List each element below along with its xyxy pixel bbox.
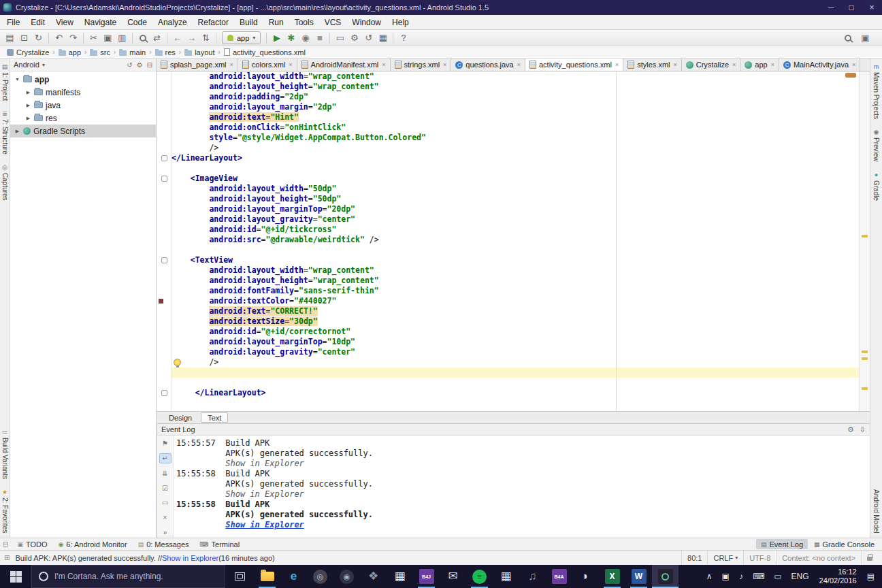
close-button[interactable]: × bbox=[862, 0, 882, 15]
fold-marker-icon[interactable] bbox=[161, 176, 167, 182]
code-line[interactable]: android:layout_margin="2dp" bbox=[172, 102, 859, 112]
close-tab-icon[interactable]: × bbox=[732, 61, 736, 68]
code-line[interactable]: android:Text="CORRECT!" bbox=[172, 306, 859, 316]
event-log-body[interactable]: 15:55:57 Build APK APK(s) generated succ… bbox=[174, 436, 870, 538]
breadcrumb-item-src[interactable]: src bbox=[88, 48, 112, 56]
editor-tab-colors-xml[interactable]: colors.xml× bbox=[238, 59, 297, 71]
breadcrumb-item-activity-questions-xml[interactable]: activity_questions.xml bbox=[223, 48, 307, 56]
tool-button-android-model[interactable]: Android Model bbox=[872, 489, 880, 533]
event-log-settings-icon[interactable]: ⚙ bbox=[847, 425, 854, 434]
find-icon[interactable] bbox=[135, 31, 150, 45]
line-separator-widget[interactable]: CRLF▾ bbox=[707, 551, 743, 565]
gradle-sync-icon[interactable]: ↺ bbox=[361, 31, 376, 45]
editor-tab-splash-page-xml[interactable]: splash_page.xml× bbox=[157, 59, 238, 71]
editor-gutter[interactable] bbox=[157, 71, 172, 411]
code-line[interactable]: android:layout_marginTop="20dp" bbox=[172, 204, 859, 214]
tool-window-switcher-icon[interactable]: ⊟ bbox=[3, 540, 8, 548]
inspection-indicator-icon[interactable] bbox=[845, 73, 856, 78]
menu-build[interactable]: Build bbox=[234, 15, 263, 29]
code-line[interactable]: android:layout_gravity="center" bbox=[172, 214, 859, 225]
close-tab-icon[interactable]: × bbox=[230, 61, 233, 68]
menu-refactor[interactable]: Refactor bbox=[193, 15, 234, 29]
show-in-explorer-link[interactable]: Show in Explorer bbox=[225, 459, 304, 468]
code-line[interactable]: <TextView bbox=[172, 255, 859, 265]
help-icon[interactable]: ? bbox=[396, 31, 410, 45]
cut-icon[interactable]: ✂ bbox=[86, 31, 101, 45]
attach-icon[interactable]: ■ bbox=[312, 31, 327, 45]
taskbar-app-excel[interactable]: X bbox=[599, 565, 625, 588]
taskbar-app-pinned-app-1[interactable]: ◎ bbox=[307, 565, 333, 588]
error-stripe[interactable] bbox=[859, 71, 870, 411]
fold-marker-icon[interactable] bbox=[161, 155, 167, 161]
code-line[interactable]: /> bbox=[172, 357, 859, 368]
expand-arrow-icon[interactable]: ▶ bbox=[25, 103, 31, 108]
taskbar-app-pinned-app-2[interactable]: ◉ bbox=[333, 565, 360, 588]
debug-icon[interactable]: ✱ bbox=[284, 31, 298, 45]
back-icon[interactable]: ← bbox=[170, 31, 184, 45]
stripe-mark[interactable] bbox=[862, 357, 868, 360]
code-line[interactable]: /> bbox=[172, 143, 859, 153]
settings-icon[interactable]: ⚙ bbox=[137, 61, 143, 69]
tool-button-1-project[interactable]: ▤1: Project bbox=[1, 63, 9, 101]
cortana-search-box[interactable]: I'm Cortana. Ask me anything. bbox=[31, 565, 225, 588]
task-view-button[interactable] bbox=[225, 565, 254, 588]
more-icon[interactable]: » bbox=[159, 527, 172, 538]
minimize-button[interactable]: ─ bbox=[821, 0, 841, 15]
editor-tab-activity-questions-xml[interactable]: activity_questions.xml× bbox=[525, 59, 623, 71]
expand-arrow-icon[interactable]: ▶ bbox=[25, 116, 31, 121]
taskbar-app-file-explorer[interactable] bbox=[254, 565, 280, 588]
fold-marker-icon[interactable] bbox=[161, 390, 167, 396]
code-line[interactable]: android:textSize="30dp" bbox=[172, 316, 859, 327]
touch-keyboard-icon[interactable]: ▭ bbox=[769, 565, 786, 588]
show-in-explorer-link[interactable]: Show in Explorer bbox=[225, 489, 304, 499]
delete-icon[interactable]: × bbox=[159, 512, 172, 523]
code-line[interactable]: android:src="@drawable/weirdtick" /> bbox=[172, 235, 859, 245]
menu-file[interactable]: File bbox=[1, 15, 25, 29]
menu-run[interactable]: Run bbox=[263, 15, 289, 29]
action-center-button[interactable]: ▤ bbox=[862, 565, 879, 588]
code-editor[interactable]: android:layout_width="wrap_content" andr… bbox=[157, 71, 870, 411]
status-show-in-explorer-link[interactable]: Show in Explorer bbox=[162, 554, 218, 562]
code-line[interactable]: android:id="@+id/correctornot" bbox=[172, 327, 859, 337]
expand-arrow-icon[interactable]: ▶ bbox=[14, 129, 20, 134]
volume-icon[interactable]: ♪ bbox=[734, 565, 748, 588]
tree-item-java[interactable]: ▶java bbox=[10, 99, 156, 112]
close-tab-icon[interactable]: × bbox=[852, 61, 855, 68]
code-line[interactable]: android:textColor="#440027" bbox=[172, 296, 859, 306]
replace-icon[interactable]: ⇄ bbox=[150, 31, 164, 45]
close-tab-icon[interactable]: × bbox=[382, 61, 385, 68]
paste-icon[interactable]: ▥ bbox=[115, 31, 129, 45]
tree-item-res[interactable]: ▶res bbox=[10, 112, 156, 125]
tool-window-button-terminal[interactable]: ⌨Terminal bbox=[195, 539, 245, 549]
taskbar-app-spotify[interactable]: ≡ bbox=[466, 565, 493, 588]
fold-marker-icon[interactable] bbox=[161, 257, 167, 263]
editor-tab-app[interactable]: app× bbox=[740, 59, 779, 71]
context-widget[interactable]: Context: <no context> bbox=[776, 551, 861, 565]
code-line[interactable]: android:onClick="onHintClick" bbox=[172, 122, 859, 133]
monitor-icon[interactable]: ▦ bbox=[376, 31, 390, 45]
run-icon[interactable]: ▶ bbox=[270, 31, 284, 45]
sync-icon[interactable]: ↻ bbox=[31, 31, 46, 45]
menu-analyze[interactable]: Analyze bbox=[152, 15, 193, 29]
tool-button-build-variants[interactable]: ≔Build Variants bbox=[1, 429, 9, 479]
start-button[interactable] bbox=[0, 565, 31, 588]
encoding-widget[interactable]: UTF-8 bbox=[743, 551, 776, 565]
menu-edit[interactable]: Edit bbox=[25, 15, 50, 29]
tool-window-button-6-android-monitor[interactable]: ◉6: Android Monitor bbox=[53, 539, 131, 549]
menu-code[interactable]: Code bbox=[122, 15, 152, 29]
sdk-manager-icon[interactable]: ⚙ bbox=[347, 31, 361, 45]
code-line[interactable] bbox=[172, 378, 859, 388]
tool-window-button-gradle-console[interactable]: ▦Gradle Console bbox=[809, 539, 879, 549]
taskbar-app-android-studio[interactable] bbox=[652, 565, 679, 588]
code-line[interactable]: android:layout_width="wrap_content" bbox=[172, 265, 859, 276]
breadcrumb-item-app[interactable]: app bbox=[57, 48, 82, 56]
code-line[interactable] bbox=[172, 245, 859, 255]
avd-manager-icon[interactable]: ▭ bbox=[333, 31, 347, 45]
menu-view[interactable]: View bbox=[50, 15, 79, 29]
caret-line[interactable] bbox=[172, 368, 859, 378]
clear-all-icon[interactable]: ▭ bbox=[159, 497, 172, 508]
tool-window-button-event-log[interactable]: ▤Event Log bbox=[756, 539, 808, 549]
filter-icon[interactable]: ⚑ bbox=[159, 438, 172, 449]
stripe-mark[interactable] bbox=[862, 350, 868, 353]
expand-arrow-icon[interactable]: ▶ bbox=[25, 90, 31, 95]
